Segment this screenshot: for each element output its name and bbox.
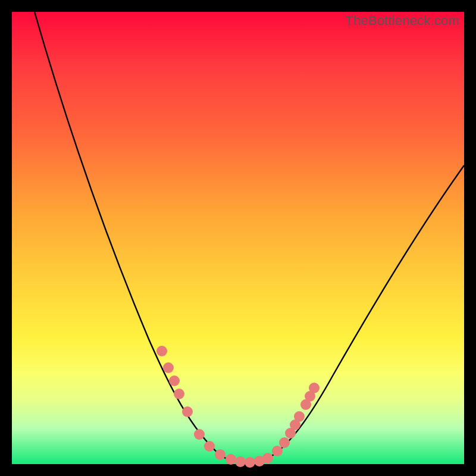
svg-point-2: [169, 375, 180, 386]
svg-point-7: [215, 449, 226, 460]
svg-point-17: [294, 411, 305, 422]
chart-svg: [12, 12, 464, 464]
highlight-dots: [156, 346, 320, 468]
svg-point-10: [245, 457, 255, 468]
bottleneck-curve: [35, 12, 464, 463]
svg-point-13: [272, 446, 283, 456]
svg-point-8: [226, 454, 236, 465]
svg-point-6: [204, 441, 215, 452]
svg-point-0: [156, 346, 167, 356]
svg-point-12: [262, 453, 273, 464]
svg-point-4: [182, 406, 193, 417]
svg-point-5: [194, 429, 205, 440]
svg-point-3: [174, 389, 184, 399]
svg-point-14: [279, 437, 290, 448]
svg-point-9: [235, 456, 246, 467]
watermark-text: TheBottleneck.com: [345, 13, 459, 29]
svg-point-1: [163, 362, 174, 373]
chart-frame: TheBottleneck.com: [12, 12, 464, 464]
svg-point-20: [309, 383, 320, 393]
